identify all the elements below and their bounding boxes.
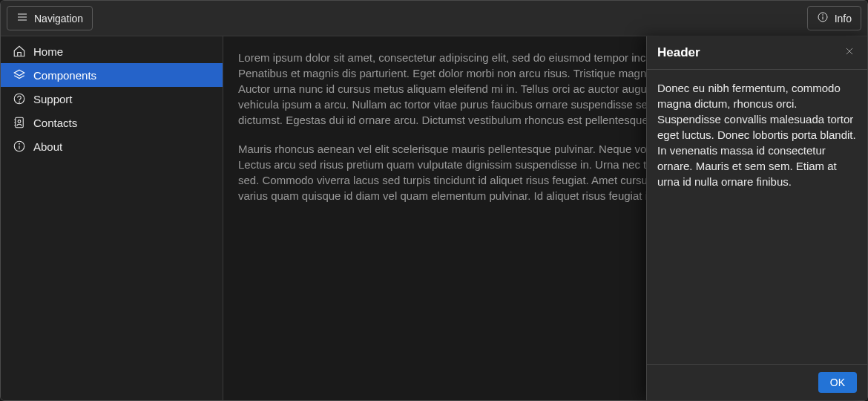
info-panel-body: Donec eu nibh fermentum, commodo magna d… bbox=[647, 70, 867, 364]
home-icon bbox=[13, 45, 26, 58]
layers-icon bbox=[13, 68, 26, 82]
svg-point-5 bbox=[822, 15, 823, 16]
menu-icon bbox=[16, 11, 28, 25]
svg-point-16 bbox=[19, 143, 20, 144]
sidebar: Home Components Support Contacts bbox=[1, 36, 223, 400]
sidebar-item-contacts[interactable]: Contacts bbox=[1, 111, 223, 134]
svg-point-13 bbox=[18, 120, 21, 123]
navigation-button[interactable]: Navigation bbox=[7, 6, 93, 30]
info-panel-close-button[interactable] bbox=[842, 45, 857, 60]
sidebar-item-label: Support bbox=[33, 93, 73, 105]
navigation-button-label: Navigation bbox=[34, 13, 83, 25]
info-panel: Header Donec eu nibh fermentum, commodo … bbox=[646, 36, 867, 400]
info-button[interactable]: Info bbox=[807, 6, 861, 30]
info-panel-title: Header bbox=[657, 45, 700, 60]
about-icon bbox=[13, 140, 26, 153]
support-icon bbox=[13, 92, 26, 105]
sidebar-item-label: Home bbox=[33, 45, 63, 58]
sidebar-item-home[interactable]: Home bbox=[1, 39, 223, 63]
sidebar-item-about[interactable]: About bbox=[1, 134, 223, 158]
sidebar-item-components[interactable]: Components bbox=[1, 63, 223, 87]
svg-point-8 bbox=[19, 102, 20, 102]
header-bar: Navigation Info bbox=[1, 1, 867, 36]
info-panel-footer: OK bbox=[647, 364, 867, 400]
contacts-icon bbox=[13, 116, 26, 129]
close-icon bbox=[844, 46, 855, 59]
sidebar-item-label: Components bbox=[33, 69, 96, 82]
svg-marker-6 bbox=[14, 70, 24, 76]
info-icon bbox=[817, 11, 829, 25]
info-panel-header: Header bbox=[647, 36, 867, 70]
ok-button[interactable]: OK bbox=[818, 372, 857, 393]
sidebar-item-support[interactable]: Support bbox=[1, 87, 223, 111]
sidebar-item-label: Contacts bbox=[33, 117, 77, 129]
info-button-label: Info bbox=[835, 13, 852, 25]
sidebar-item-label: About bbox=[33, 140, 62, 153]
